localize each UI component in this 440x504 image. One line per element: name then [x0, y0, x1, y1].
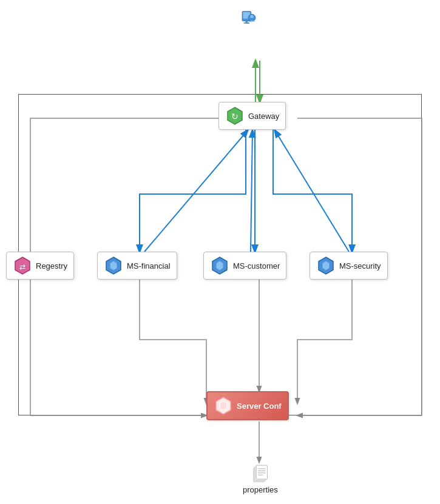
svg-marker-25	[220, 401, 227, 411]
ms-security-label: MS-security	[339, 261, 381, 270]
diagram: ↻ Gateway ⇄ Regestry MS-financial	[0, 0, 440, 504]
properties-icon	[251, 465, 270, 484]
ms-security-node[interactable]: MS-security	[310, 252, 388, 280]
registry-node[interactable]: ⇄ Regestry	[6, 252, 74, 280]
svg-line-3	[144, 130, 248, 252]
properties-node[interactable]: properties	[237, 461, 284, 498]
svg-marker-23	[322, 261, 330, 270]
svg-text:⇄: ⇄	[19, 263, 25, 271]
svg-rect-28	[256, 465, 267, 479]
gateway-icon: ↻	[225, 106, 245, 126]
client-icon	[240, 10, 259, 29]
ms-customer-node[interactable]: MS-customer	[203, 252, 286, 280]
ms-customer-icon	[210, 256, 229, 275]
svg-marker-19	[110, 261, 117, 270]
ms-financial-icon	[104, 256, 123, 275]
ms-customer-label: MS-customer	[233, 261, 280, 270]
client-node	[234, 6, 265, 33]
gateway-label: Gateway	[248, 112, 279, 121]
ms-financial-label: MS-financial	[127, 261, 171, 270]
ms-security-icon	[316, 256, 336, 275]
svg-line-5	[275, 130, 349, 252]
ms-financial-node[interactable]: MS-financial	[97, 252, 177, 280]
svg-point-11	[250, 15, 253, 18]
svg-marker-21	[216, 261, 223, 270]
svg-rect-12	[245, 21, 248, 23]
gateway-node[interactable]: ↻ Gateway	[218, 102, 286, 130]
registry-icon: ⇄	[13, 256, 32, 275]
server-conf-icon	[214, 396, 233, 415]
server-conf-label: Server Conf	[237, 402, 282, 411]
registry-label: Regestry	[36, 261, 67, 270]
svg-line-4	[251, 130, 252, 252]
server-conf-node[interactable]: Server Conf	[206, 391, 289, 420]
properties-label: properties	[243, 485, 278, 494]
svg-text:↻: ↻	[231, 112, 239, 121]
svg-rect-13	[244, 22, 249, 23]
